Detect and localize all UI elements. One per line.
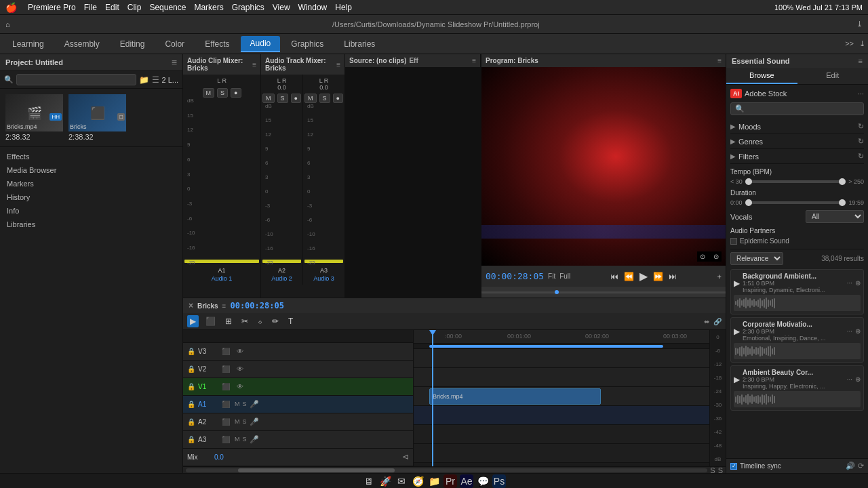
nav-more-btn[interactable]: >> xyxy=(845,39,854,48)
sync-settings-icon[interactable]: ⟳ xyxy=(858,462,864,470)
add-marker-btn[interactable]: + xyxy=(717,272,722,281)
track-1-more-btn[interactable]: ··· xyxy=(847,279,852,287)
lock-v1[interactable]: 🔒 xyxy=(187,383,195,390)
dock-ae[interactable]: Ae xyxy=(460,474,473,488)
new-bin-icon[interactable]: 📁 xyxy=(139,75,149,85)
category-moods[interactable]: ▶ Moods ↻ xyxy=(730,119,864,134)
track-3-more-btn[interactable]: ··· xyxy=(847,375,852,383)
mixer-s-btn-1[interactable]: S xyxy=(217,88,228,98)
project-menu-btn[interactable]: ≡ xyxy=(172,57,177,68)
duration-slider-left[interactable] xyxy=(745,199,752,206)
duration-slider[interactable] xyxy=(745,201,846,204)
media-browser-nav-item[interactable]: Media Browser xyxy=(0,163,182,177)
pen-tool[interactable]: ✏ xyxy=(269,315,281,327)
menu-clip[interactable]: Clip xyxy=(127,3,142,12)
quality-select[interactable]: Full xyxy=(559,272,570,280)
nav-import-btn[interactable]: ⤓ xyxy=(859,39,865,48)
track-m-btn-a2[interactable]: M xyxy=(262,94,275,103)
publish-button[interactable]: ⤓ xyxy=(856,20,863,28)
sort-select[interactable]: Relevance xyxy=(730,252,783,265)
project-search-input[interactable] xyxy=(16,74,136,85)
lock-v2[interactable]: 🔒 xyxy=(187,365,195,373)
effects-nav-item[interactable]: Effects xyxy=(0,150,182,163)
eye-v1[interactable]: 👁 xyxy=(235,382,245,391)
epidemic-checkbox[interactable] xyxy=(730,238,737,245)
tab-effects[interactable]: Effects xyxy=(195,37,239,52)
program-scrubbar[interactable] xyxy=(481,287,726,298)
essential-sound-menu-btn[interactable]: ≡ xyxy=(859,57,863,65)
mute-a1[interactable]: M xyxy=(235,401,240,407)
vocals-select[interactable]: All Instrumental Vocals xyxy=(806,210,864,223)
video-clip-bricks[interactable]: Bricks.mp4 xyxy=(429,388,601,405)
essential-search-input[interactable] xyxy=(747,105,859,113)
sync-a3[interactable]: ⬛ xyxy=(220,435,232,444)
tab-assembly[interactable]: Assembly xyxy=(55,37,109,52)
fit-sequence-btn[interactable]: S xyxy=(710,466,715,474)
filters-refresh[interactable]: ↻ xyxy=(858,152,864,161)
dock-ps[interactable]: Ps xyxy=(492,474,506,488)
thumbnail-bricks[interactable]: ⬛ □ Bricks 2:38.32 xyxy=(68,94,126,141)
moods-refresh[interactable]: ↻ xyxy=(858,122,864,131)
play-track-2-btn[interactable]: ▶ xyxy=(734,327,740,336)
menu-graphics[interactable]: Graphics xyxy=(232,3,264,12)
apple-menu[interactable]: 🍎 xyxy=(5,2,17,13)
lock-a2[interactable]: 🔒 xyxy=(187,418,195,426)
markers-nav-item[interactable]: Markers xyxy=(0,177,182,190)
tab-libraries[interactable]: Libraries xyxy=(334,37,384,52)
dock-premiere[interactable]: Pr xyxy=(443,474,457,488)
dock-launchpad[interactable]: 🚀 xyxy=(378,474,392,488)
sync-v1[interactable]: ⬛ xyxy=(220,382,232,391)
adobe-stock-more-btn[interactable]: ··· xyxy=(858,89,864,98)
timeline-timecode[interactable]: 00:00:28:05 xyxy=(230,301,283,310)
track-1-add-btn[interactable]: ⊕ xyxy=(855,279,861,287)
safe-margins-btn[interactable]: ⊙ xyxy=(697,251,708,262)
track-s-btn-a3[interactable]: S xyxy=(319,94,330,103)
list-view-icon[interactable]: ☰ xyxy=(152,75,159,85)
razor-tool[interactable]: ✂ xyxy=(239,315,251,327)
solo-a3[interactable]: S xyxy=(243,436,247,443)
go-to-start-btn[interactable]: ⏮ xyxy=(609,270,620,283)
menu-premiere-pro[interactable]: Premiere Pro xyxy=(28,3,76,12)
history-nav-item[interactable]: History xyxy=(0,190,182,204)
eff-btn[interactable]: Eff xyxy=(409,57,418,64)
menu-window[interactable]: Window xyxy=(298,3,328,12)
timeline-scrollbar[interactable]: S S xyxy=(183,466,726,473)
dock-files[interactable]: 📁 xyxy=(427,474,441,488)
reset-mix-btn[interactable]: ⊲ xyxy=(402,452,409,462)
timeline-sync-checkbox[interactable]: ✓ xyxy=(730,463,737,470)
dock-discord[interactable]: 💬 xyxy=(476,474,490,488)
sequence-close-btn[interactable]: × xyxy=(189,301,193,310)
audio-track-mixer-menu[interactable]: ≡ xyxy=(336,61,340,68)
home-icon[interactable]: ⌂ xyxy=(5,20,10,28)
volume-icon[interactable]: 🔊 xyxy=(846,462,855,470)
track-rec-btn-a3[interactable]: ● xyxy=(333,94,343,103)
track-2-add-btn[interactable]: ⊕ xyxy=(855,327,861,335)
tempo-slider-left[interactable] xyxy=(745,178,752,185)
slip-tool[interactable]: ⬦ xyxy=(255,315,265,327)
tab-audio[interactable]: Audio xyxy=(241,36,281,52)
sync-v2[interactable]: ⬛ xyxy=(220,365,232,373)
set-in-btn[interactable]: S xyxy=(718,466,723,474)
sync-a1[interactable]: ⬛ xyxy=(220,400,232,409)
tab-learning[interactable]: Learning xyxy=(3,37,54,52)
program-menu-btn[interactable]: ≡ xyxy=(717,57,722,64)
track-select-tool[interactable]: ⬛ xyxy=(203,315,218,327)
step-back-btn[interactable]: ⏪ xyxy=(623,270,635,283)
play-track-3-btn[interactable]: ▶ xyxy=(734,375,740,384)
libraries-nav-item[interactable]: Libraries xyxy=(0,218,182,231)
eye-v2[interactable]: 👁 xyxy=(235,365,245,373)
dock-finder[interactable]: 🖥 xyxy=(362,474,376,488)
sync-v3[interactable]: ⬛ xyxy=(220,347,232,356)
genres-refresh[interactable]: ↻ xyxy=(858,137,864,146)
tab-edit[interactable]: Edit xyxy=(797,68,869,84)
eye-v3[interactable]: 👁 xyxy=(235,347,245,356)
dock-mail[interactable]: ✉ xyxy=(395,474,408,488)
tab-editing[interactable]: Editing xyxy=(111,37,155,52)
track-rec-btn-a2[interactable]: ● xyxy=(291,94,301,103)
menu-file[interactable]: File xyxy=(84,3,97,12)
mixer-m-btn-1[interactable]: M xyxy=(203,88,215,98)
track-2-more-btn[interactable]: ··· xyxy=(847,327,852,335)
sequence-menu-btn[interactable]: ≡ xyxy=(222,302,226,310)
category-filters[interactable]: ▶ Filters ↻ xyxy=(730,149,864,164)
source-menu-btn[interactable]: ≡ xyxy=(472,57,476,64)
